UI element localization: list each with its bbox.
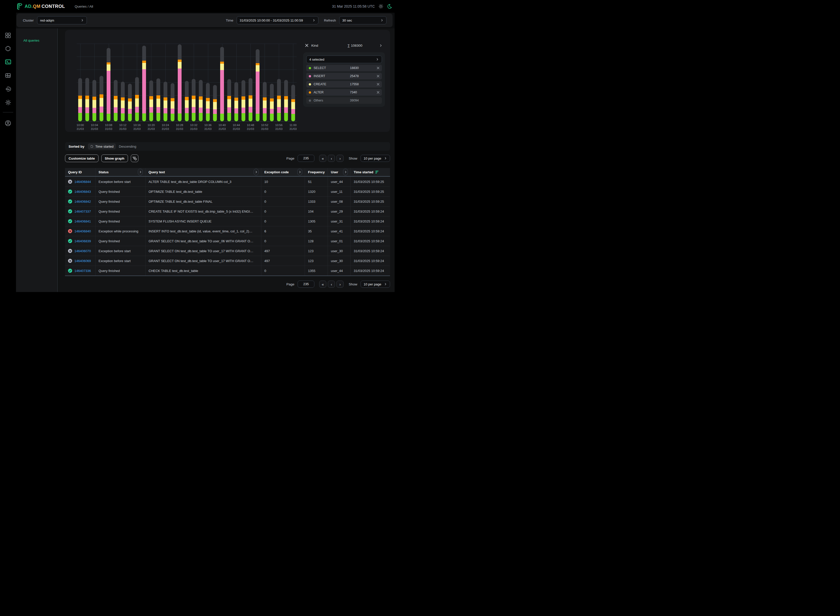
chevron-right-icon (379, 44, 382, 47)
chart-bar[interactable] (213, 85, 217, 121)
sidebar-item-profile[interactable] (4, 119, 12, 127)
chart-bar[interactable] (263, 82, 266, 121)
cluster-select[interactable]: red-adqm (37, 16, 87, 24)
chart-bar[interactable] (135, 77, 139, 121)
next-page-button[interactable]: › (337, 155, 344, 162)
cell-time-started-value: 31/03/2025 10:59:24 (354, 210, 384, 213)
customize-table-button[interactable]: Customize table (65, 154, 99, 162)
dark-theme-button[interactable] (387, 4, 392, 9)
chart-bar[interactable] (291, 85, 295, 121)
query-id-link[interactable]: 146406841 (74, 220, 91, 223)
chart-bar[interactable] (277, 79, 281, 121)
first-page-button[interactable]: « (319, 281, 326, 288)
prev-page-button[interactable]: ‹ (328, 281, 335, 288)
chart-bar[interactable] (192, 79, 196, 121)
chart-bar[interactable] (128, 84, 132, 121)
chart-bar[interactable] (284, 80, 288, 121)
sidebar-item-settings[interactable] (4, 99, 12, 106)
cell-time-started: 31/03/2025 10:59:24 (350, 256, 390, 265)
chart-bar[interactable] (241, 80, 245, 121)
kind-expand-button[interactable] (379, 44, 382, 47)
sidebar-item-nodes[interactable] (4, 45, 12, 52)
kind-close-button[interactable] (305, 44, 308, 47)
chart-bar[interactable] (85, 78, 89, 121)
reset-filters-button[interactable] (131, 154, 138, 162)
per-page-select[interactable]: 10 per page (360, 155, 390, 162)
sidebar-item-access-keys[interactable] (4, 85, 12, 93)
legend-remove-button[interactable] (377, 91, 380, 94)
legend-remove-button[interactable] (377, 83, 380, 85)
chart-bar[interactable] (270, 84, 274, 121)
query-id-link[interactable]: 146406843 (74, 190, 91, 194)
column-header-label: Status (99, 170, 109, 174)
query-id-link[interactable]: 146406844 (74, 180, 91, 184)
column-filter-button[interactable] (297, 169, 302, 175)
query-id-link[interactable]: 146407337 (74, 210, 91, 213)
chart-bar[interactable] (256, 49, 259, 121)
chart-bar[interactable] (206, 83, 210, 121)
chart-bar[interactable] (114, 80, 118, 121)
chart-bar-segment-select (128, 114, 132, 121)
query-id-link[interactable]: 146406840 (74, 229, 91, 233)
chart-bar-segment-insert (213, 109, 217, 114)
kind-selected-dropdown[interactable]: 4 selected (306, 56, 382, 63)
cell-status-value: Query finished (99, 210, 120, 213)
query-id-link[interactable]: 146406070 (74, 249, 91, 253)
legend-remove-button[interactable] (377, 67, 380, 69)
sidebar-item-tables[interactable] (4, 72, 12, 79)
filter-reset-icon (132, 156, 137, 161)
legend-label: Others (313, 99, 323, 102)
cell-status-value: Query finished (99, 199, 120, 204)
column-filter-button[interactable] (254, 169, 259, 175)
page-number-input[interactable]: 235 (298, 281, 314, 288)
cell-frequency: 123 (305, 246, 328, 256)
stacked-bar-chart[interactable] (77, 44, 297, 121)
column-filter-button[interactable] (138, 169, 143, 175)
query-id-link[interactable]: 146406069 (74, 259, 91, 263)
chart-bar[interactable] (227, 79, 231, 121)
cell-query-text-value: ALTER TABLE test_db.test_table DROP COLU… (149, 180, 231, 184)
chart-bar[interactable] (185, 81, 189, 121)
column-filter-button[interactable] (343, 169, 348, 175)
query-id-link[interactable]: 146406839 (74, 239, 91, 243)
chart-bar[interactable] (156, 78, 160, 121)
chart-bar[interactable] (121, 82, 125, 121)
chart-bar-segment-select (142, 113, 146, 121)
app-logo[interactable]: AD.QMCONTROL (16, 3, 65, 10)
x-tick-label: 10:3631/03 (204, 123, 212, 131)
chart-bar[interactable] (199, 80, 203, 121)
breadcrumb[interactable]: Queries / All (75, 4, 93, 8)
chart-bar[interactable] (107, 48, 110, 121)
chart-bar[interactable] (171, 83, 174, 121)
show-graph-button[interactable]: Show graph (102, 154, 128, 162)
chart-bar[interactable] (220, 47, 224, 121)
chart-bar[interactable] (100, 76, 103, 121)
chart-bar[interactable] (78, 78, 82, 121)
refresh-select[interactable]: 30 sec (339, 16, 387, 24)
chart-bar-segment-create (121, 100, 125, 108)
sort-descending-icon[interactable] (375, 170, 379, 174)
chart-bar[interactable] (93, 80, 96, 121)
query-id-link[interactable]: 146406842 (74, 199, 91, 204)
chart-bar[interactable] (234, 82, 238, 121)
subnav-all-queries[interactable]: All queries (24, 38, 57, 43)
legend-dot (309, 91, 311, 94)
chart-bar-segment-create (263, 100, 266, 108)
light-theme-button[interactable] (378, 4, 384, 9)
first-page-button[interactable]: « (319, 155, 326, 162)
chart-bar[interactable] (142, 45, 146, 121)
sidebar-item-dashboard[interactable] (4, 31, 12, 39)
chart-bar[interactable] (178, 44, 182, 121)
query-id-link[interactable]: 146407336 (74, 269, 91, 273)
sidebar-item-queries[interactable] (4, 58, 12, 66)
chart-bar[interactable] (149, 81, 153, 121)
time-range-select[interactable]: 31/03/2025 10:00:00 - 31/03/2025 11:00:5… (237, 16, 318, 24)
per-page-select[interactable]: 10 per page (360, 281, 390, 288)
next-page-button[interactable]: › (337, 281, 344, 288)
legend-remove-button[interactable] (377, 75, 380, 78)
sort-chip-time-started[interactable]: Time started (88, 143, 116, 150)
prev-page-button[interactable]: ‹ (328, 155, 335, 162)
chart-bar[interactable] (249, 78, 252, 121)
page-number-input[interactable]: 235 (298, 155, 314, 162)
chart-bar[interactable] (163, 82, 167, 121)
